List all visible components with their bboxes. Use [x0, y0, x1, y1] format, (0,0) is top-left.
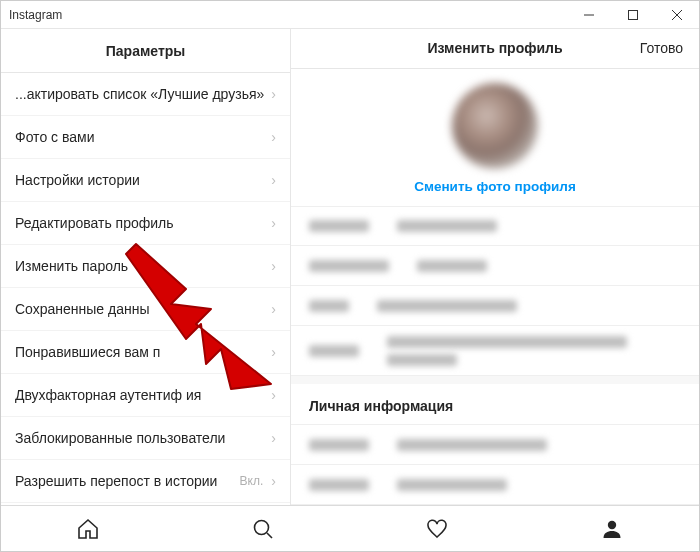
settings-item-photos-of-you[interactable]: Фото с вами ›: [1, 116, 290, 159]
settings-item-change-password[interactable]: Изменить пароль ›: [1, 245, 290, 288]
settings-item-label: Изменить пароль: [15, 258, 271, 274]
settings-title: Параметры: [106, 43, 186, 59]
blurred-label: [309, 345, 359, 357]
nav-profile[interactable]: [525, 506, 700, 551]
chevron-right-icon: ›: [271, 86, 276, 102]
settings-item-close-friends[interactable]: ...актировать список «Лучшие друзья» ›: [1, 73, 290, 116]
profile-field-bio[interactable]: [291, 326, 699, 377]
avatar: [452, 83, 538, 169]
blurred-value: [377, 300, 517, 312]
blurred-value: [397, 220, 497, 232]
close-button[interactable]: [655, 1, 699, 29]
svg-point-4: [254, 520, 268, 534]
settings-item-label: Понравившиеся вам п: [15, 344, 271, 360]
chevron-right-icon: ›: [271, 129, 276, 145]
window-titlebar: Instagram: [1, 1, 699, 29]
blurred-value: [397, 479, 507, 491]
settings-item-accessory: Вкл.: [240, 474, 264, 488]
settings-item-liked-posts[interactable]: Понравившиеся вам п ›: [1, 331, 290, 374]
svg-line-5: [267, 533, 272, 538]
blurred-label: [309, 220, 369, 232]
settings-sidebar: Параметры ...актировать список «Лучшие д…: [1, 29, 291, 505]
settings-item-label: Редактировать профиль: [15, 215, 271, 231]
settings-item-saved-data[interactable]: Сохраненные данны ›: [1, 288, 290, 331]
search-icon: [251, 517, 275, 541]
profile-icon: [600, 517, 624, 541]
nav-search[interactable]: [176, 506, 351, 551]
profile-photo-section: Сменить фото профиля: [291, 69, 699, 207]
profile-field-name[interactable]: [291, 207, 699, 247]
maximize-button[interactable]: [611, 1, 655, 29]
blurred-label: [309, 439, 369, 451]
chevron-right-icon: ›: [271, 172, 276, 188]
chevron-right-icon: ›: [271, 344, 276, 360]
settings-item-label: Настройки истории: [15, 172, 271, 188]
settings-header: Параметры: [1, 29, 290, 73]
heart-icon: [425, 517, 449, 541]
settings-item-blocked-users[interactable]: Заблокированные пользователи ›: [1, 417, 290, 460]
chevron-right-icon: ›: [271, 258, 276, 274]
chevron-right-icon: ›: [271, 430, 276, 446]
bottom-nav: [1, 505, 699, 551]
nav-home[interactable]: [1, 506, 176, 551]
minimize-button[interactable]: [567, 1, 611, 29]
chevron-right-icon: ›: [271, 301, 276, 317]
done-button[interactable]: Готово: [640, 40, 683, 56]
settings-list: ...актировать список «Лучшие друзья» › Ф…: [1, 73, 290, 505]
profile-header: Изменить профиль Готово: [291, 29, 699, 69]
change-photo-link[interactable]: Сменить фото профиля: [291, 179, 699, 194]
blurred-label: [309, 300, 349, 312]
profile-pane: Изменить профиль Готово Сменить фото про…: [291, 29, 699, 505]
blurred-value: [397, 439, 547, 451]
settings-item-story-settings[interactable]: Настройки истории ›: [1, 159, 290, 202]
home-icon: [76, 517, 100, 541]
profile-field-email[interactable]: [291, 425, 699, 465]
settings-item-edit-profile[interactable]: Редактировать профиль ›: [1, 202, 290, 245]
content-area: Параметры ...актировать список «Лучшие д…: [1, 29, 699, 505]
blurred-value: [387, 336, 681, 366]
profile-field-username[interactable]: [291, 246, 699, 286]
settings-item-label: Фото с вами: [15, 129, 271, 145]
chevron-right-icon: ›: [271, 215, 276, 231]
personal-info-section-title: Личная информация: [291, 376, 699, 425]
settings-item-label: Сохраненные данны: [15, 301, 271, 317]
settings-item-two-factor[interactable]: Двухфакторная аутентиф ия ›: [1, 374, 290, 417]
settings-item-label: Разрешить перепост в истории: [15, 473, 240, 489]
window-title: Instagram: [9, 8, 62, 22]
chevron-right-icon: ›: [271, 473, 276, 489]
window-system-buttons: [567, 1, 699, 29]
blurred-value: [417, 260, 487, 272]
svg-point-6: [608, 520, 616, 528]
settings-item-label: Двухфакторная аутентиф ия: [15, 387, 271, 403]
profile-title: Изменить профиль: [427, 40, 562, 56]
profile-field-website[interactable]: [291, 286, 699, 326]
blurred-label: [309, 260, 389, 272]
nav-activity[interactable]: [350, 506, 525, 551]
settings-item-label: ...актировать список «Лучшие друзья»: [15, 86, 271, 102]
blurred-label: [309, 479, 369, 491]
profile-field-phone[interactable]: [291, 465, 699, 505]
svg-rect-1: [629, 10, 638, 19]
settings-item-label: Заблокированные пользователи: [15, 430, 271, 446]
settings-item-allow-story-repost[interactable]: Разрешить перепост в истории Вкл. ›: [1, 460, 290, 503]
chevron-right-icon: ›: [271, 387, 276, 403]
